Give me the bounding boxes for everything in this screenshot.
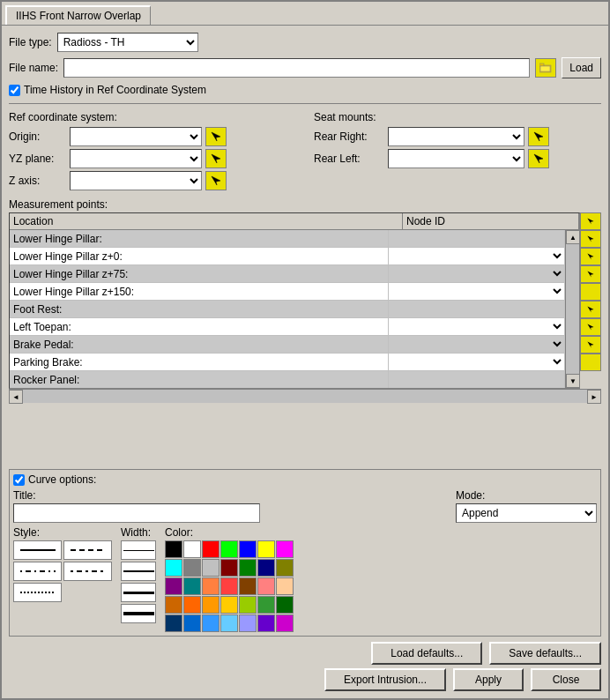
rear-left-select[interactable] [388, 149, 524, 168]
color-swatch[interactable] [220, 596, 238, 614]
measurement-points-section: Measurement points: Location Node ID Low… [9, 198, 601, 464]
color-swatch[interactable] [202, 614, 219, 632]
color-swatch[interactable] [257, 577, 275, 595]
hscroll-left-button[interactable]: ◄ [9, 390, 23, 404]
color-swatch[interactable] [165, 614, 182, 632]
color-swatch[interactable] [239, 559, 257, 577]
color-swatch[interactable] [257, 559, 275, 577]
z-pick-button[interactable] [205, 171, 227, 190]
horizontal-scrollbar[interactable]: ◄ ► [9, 389, 601, 403]
color-swatch[interactable] [220, 559, 238, 577]
nodeid-cell[interactable] [389, 336, 565, 353]
load-defaults-button[interactable]: Load defaults... [371, 642, 482, 665]
row-pick-button[interactable] [580, 283, 601, 301]
nodeid-select[interactable] [389, 283, 564, 300]
nodeid-select[interactable] [389, 248, 564, 264]
row-pick-button[interactable] [580, 265, 601, 283]
color-swatch[interactable] [239, 596, 257, 614]
save-defaults-button[interactable]: Save defaults... [489, 642, 601, 665]
style-dotted[interactable] [13, 583, 62, 602]
row-pick-button[interactable] [580, 318, 601, 336]
nodeid-select[interactable] [389, 318, 564, 335]
color-swatch[interactable] [202, 559, 219, 577]
load-button[interactable]: Load [562, 57, 601, 78]
rear-left-pick-button[interactable] [528, 149, 549, 168]
col-location-header: Location [10, 213, 403, 229]
nodeid-select[interactable] [389, 265, 564, 282]
color-swatch[interactable] [239, 577, 257, 595]
row-pick-button[interactable] [580, 248, 601, 265]
color-swatch[interactable] [183, 577, 201, 595]
nodeid-cell[interactable] [389, 283, 565, 300]
style-dotdash[interactable] [13, 562, 62, 581]
mode-select[interactable]: Append Replace New [456, 503, 597, 523]
color-swatch[interactable] [165, 596, 182, 614]
apply-button[interactable]: Apply [453, 668, 524, 691]
rear-right-pick-button[interactable] [528, 127, 549, 146]
pick-icon-3 [210, 175, 222, 187]
color-swatch[interactable] [202, 540, 219, 558]
row-pick-button[interactable] [580, 301, 601, 318]
color-swatch[interactable] [239, 614, 257, 632]
scroll-up-button[interactable]: ▲ [566, 230, 579, 244]
color-swatch[interactable] [183, 596, 201, 614]
color-swatch[interactable] [183, 559, 201, 577]
nodeid-cell[interactable] [389, 265, 565, 282]
width-1[interactable] [121, 540, 156, 560]
tab-iihs-front[interactable]: IIHS Front Narrow Overlap [5, 5, 151, 25]
row-pick-button[interactable] [580, 354, 601, 371]
color-swatch[interactable] [202, 577, 219, 595]
close-button[interactable]: Close [531, 668, 601, 691]
vertical-scrollbar[interactable]: ▲ ▼ [565, 230, 579, 388]
z-axis-select[interactable] [70, 171, 202, 190]
color-swatch[interactable] [183, 540, 201, 558]
file-name-input[interactable] [63, 58, 530, 78]
color-swatch[interactable] [276, 540, 294, 558]
row-pick-button[interactable] [580, 230, 601, 248]
scroll-down-button[interactable]: ▼ [566, 374, 579, 388]
nodeid-select[interactable] [389, 354, 564, 370]
color-swatch[interactable] [257, 596, 275, 614]
folder-button[interactable] [535, 58, 556, 78]
rear-right-select[interactable] [388, 127, 524, 146]
scroll-track [566, 244, 579, 374]
style-dotdash2[interactable] [63, 562, 112, 581]
color-swatch[interactable] [202, 596, 219, 614]
color-swatch[interactable] [220, 540, 238, 558]
width-3[interactable] [121, 583, 156, 602]
color-swatch[interactable] [165, 540, 182, 558]
color-swatch[interactable] [220, 614, 238, 632]
color-swatch[interactable] [276, 596, 294, 614]
row-pick-button[interactable] [580, 336, 601, 354]
time-history-checkbox[interactable] [9, 85, 20, 96]
color-swatch[interactable] [257, 614, 275, 632]
width-4[interactable] [121, 604, 156, 623]
color-swatch[interactable] [257, 540, 275, 558]
color-swatch[interactable] [276, 614, 294, 632]
width-2[interactable] [121, 562, 156, 581]
color-swatch[interactable] [276, 559, 294, 577]
origin-select[interactable] [70, 127, 202, 146]
nodeid-cell[interactable] [389, 318, 565, 335]
color-swatch[interactable] [165, 577, 182, 595]
origin-row: Origin: [9, 127, 296, 146]
color-swatch[interactable] [239, 540, 257, 558]
style-dash[interactable] [63, 540, 112, 560]
row-pick-button[interactable] [580, 212, 601, 230]
color-swatch[interactable] [276, 577, 294, 595]
export-intrusion-button[interactable]: Export Intrusion... [324, 668, 446, 691]
yz-plane-select[interactable] [70, 149, 202, 168]
color-swatch[interactable] [183, 614, 201, 632]
nodeid-cell[interactable] [389, 248, 565, 264]
nodeid-cell[interactable] [389, 354, 565, 370]
origin-pick-button[interactable] [205, 127, 227, 146]
hscroll-right-button[interactable]: ► [587, 390, 601, 404]
title-input[interactable] [13, 503, 260, 523]
color-swatch[interactable] [165, 559, 182, 577]
color-swatch[interactable] [220, 577, 238, 595]
curve-options-checkbox[interactable] [13, 474, 25, 486]
nodeid-select[interactable] [389, 336, 564, 353]
yz-pick-button[interactable] [205, 149, 227, 168]
file-type-select[interactable]: Radioss - TH LS-Dyna Abaqus Nastran [57, 33, 198, 52]
style-solid[interactable] [13, 540, 62, 560]
